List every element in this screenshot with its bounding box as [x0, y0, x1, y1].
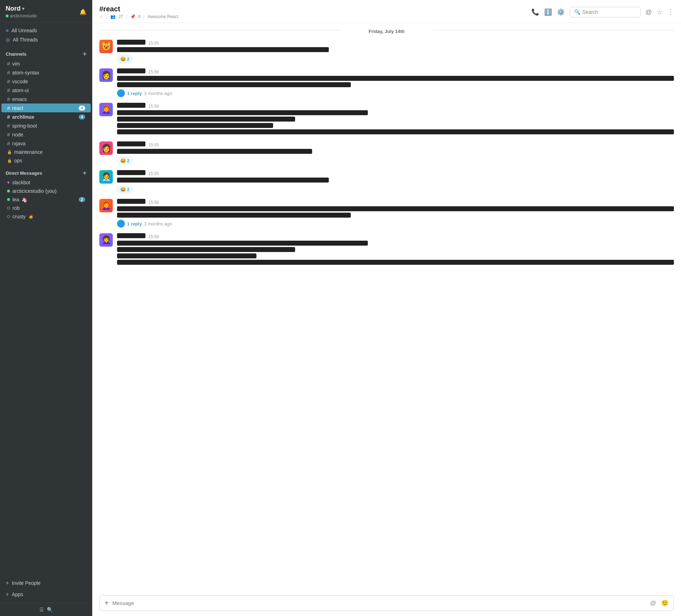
reply-avatar — [117, 220, 125, 228]
sidebar-dm-lea[interactable]: lea🦄2 — [1, 195, 91, 204]
messages-area: Friday, July 14th 😺15:55😂2👩15:561 reply3… — [92, 23, 681, 592]
bell-icon[interactable]: 🔔 — [79, 9, 87, 15]
online-status-dot — [7, 190, 10, 192]
channel-name: atom-ui — [12, 88, 29, 93]
message-input[interactable] — [112, 600, 647, 606]
channels-header[interactable]: Channels + — [0, 49, 92, 59]
workspace-name[interactable]: Nord ▾ — [6, 5, 37, 12]
sidebar-channel-node[interactable]: #node — [1, 130, 91, 139]
hash-icon: # — [7, 61, 10, 67]
message-text-block — [117, 206, 674, 211]
message-content: 15:55😂2 — [117, 170, 674, 193]
channel-title: #react — [99, 5, 178, 13]
reaction[interactable]: 😂2 — [117, 157, 133, 164]
hash-icon: # — [7, 69, 10, 75]
sidebar-channel-ops[interactable]: 🔒ops — [1, 156, 91, 165]
sidebar-channel-spring-boot[interactable]: #spring-boot — [1, 121, 91, 130]
sidebar-channel-maintenance[interactable]: 🔒maintenance — [1, 148, 91, 156]
add-dm-icon[interactable]: + — [83, 170, 87, 176]
member-count: 27 — [118, 14, 123, 19]
message-header: 15:56 — [117, 68, 674, 74]
sidebar-channel-rxjava[interactable]: #rxjava — [1, 139, 91, 148]
sidebar-channel-vim[interactable]: #vim — [1, 59, 91, 68]
message-content: 15:55😂2 — [117, 141, 674, 164]
add-channel-icon[interactable]: + — [83, 51, 87, 57]
reaction[interactable]: 😂2 — [117, 55, 133, 63]
phone-icon[interactable]: 📞 — [531, 8, 539, 16]
meta-sep3: | — [143, 14, 144, 19]
channel-name: spring-boot — [12, 123, 37, 129]
channel-name: atom-syntax — [12, 70, 39, 75]
message-content: 15:561 reply3 months ago — [117, 199, 674, 228]
sidebar-dm-crusty[interactable]: crusty🧔 — [1, 212, 91, 221]
message-header: 15:59 — [117, 103, 674, 109]
sidebar-dm-rob[interactable]: rob — [1, 204, 91, 212]
message-input-area: + @ 🙂 — [92, 592, 681, 616]
message-group: 👩15:561 reply3 months ago — [99, 66, 674, 100]
star-header-icon[interactable]: ☆ — [657, 8, 663, 16]
meta-sep1: | — [106, 14, 107, 19]
hash-icon: # — [7, 114, 10, 120]
reaction-count: 2 — [127, 187, 129, 192]
message-content: 15:55😂2 — [117, 40, 674, 63]
message-time: 15:55 — [148, 41, 159, 46]
star-icon[interactable]: ☆ — [99, 14, 104, 19]
channel-name: rxjava — [12, 141, 25, 146]
attach-icon[interactable]: + — [105, 599, 109, 607]
message-text-block — [117, 76, 674, 81]
invite-people-label: Invite People — [12, 580, 40, 586]
sidebar-item-all-threads[interactable]: ◎ All Threads — [0, 35, 92, 44]
online-status-dot — [7, 198, 10, 201]
sidebar-dm-slackbot[interactable]: ♥slackbot — [1, 178, 91, 187]
sidebar-channel-emacs[interactable]: #emacs — [1, 95, 91, 103]
emoji-input-icon[interactable]: 🙂 — [661, 599, 669, 607]
dm-header[interactable]: Direct Messages + — [0, 168, 92, 178]
message-time: 15:59 — [148, 104, 159, 109]
reaction[interactable]: 😂2 — [117, 186, 133, 193]
message-time: 15:56 — [148, 69, 159, 74]
sidebar-channel-atom-syntax[interactable]: #atom-syntax — [1, 68, 91, 77]
reaction-count: 2 — [127, 158, 129, 163]
sidebar: Nord ▾ arcticicestudio 🔔 ≡ All Unreads ◎… — [0, 0, 92, 616]
dm-section: Direct Messages + ♥slackbotarcticicestud… — [0, 165, 92, 221]
message-header: 15:55 — [117, 40, 674, 46]
hash-icon: # — [7, 105, 10, 111]
dm-name: slackbot — [12, 180, 30, 185]
dm-emoji-icon: 🧔 — [28, 214, 34, 219]
at-input-icon[interactable]: @ — [650, 600, 656, 607]
sidebar-item-all-unreads[interactable]: ≡ All Unreads — [0, 26, 92, 35]
thread-reply[interactable]: 1 reply3 months ago — [117, 89, 674, 97]
info-icon[interactable]: ℹ️ — [544, 8, 552, 16]
channel-name: archlinux — [12, 114, 34, 120]
at-icon[interactable]: @ — [646, 9, 652, 16]
message-time: 15:55 — [148, 142, 159, 147]
search-box[interactable]: 🔍 Search — [570, 7, 641, 17]
sidebar-channel-react[interactable]: #react8 — [1, 103, 91, 112]
settings-icon[interactable]: ⚙️ — [557, 8, 565, 16]
message-text-block — [117, 213, 351, 218]
message-input-box[interactable]: + @ 🙂 — [99, 595, 674, 611]
message-sender — [117, 68, 145, 73]
sidebar-channel-vscode[interactable]: #vscode — [1, 77, 91, 86]
sidebar-channel-atom-ui[interactable]: #atom-ui — [1, 86, 91, 95]
thread-reply[interactable]: 1 reply3 months ago — [117, 220, 674, 228]
invite-people-item[interactable]: + Invite People — [0, 577, 92, 589]
message-sender — [117, 141, 145, 146]
workspace-user: arcticicestudio — [10, 13, 37, 18]
sidebar-footer: + Invite People + Apps — [0, 575, 92, 603]
avatar: 👩‍🦰 — [99, 199, 113, 212]
apps-item[interactable]: + Apps — [0, 589, 92, 600]
hash-icon: # — [7, 96, 10, 102]
sidebar-channel-archlinux[interactable]: #archlinux4 — [1, 112, 91, 121]
sidebar-bottom[interactable]: ☰🔍 — [0, 603, 92, 616]
sidebar-dm-arcticicestudio[interactable]: arcticicestudio (you) — [1, 187, 91, 195]
message-sender — [117, 233, 145, 238]
sidebar-search-icon[interactable]: ☰🔍 — [39, 607, 53, 612]
more-icon[interactable]: ⋮ — [668, 8, 674, 16]
message-group: 😺15:55😂2 — [99, 37, 674, 66]
avatar: 👩 — [99, 141, 113, 155]
message-header: 15:55 — [117, 170, 674, 176]
chat-header-left: #react ☆ | 👥 27 | 📌 0 | Awesome React — [99, 5, 178, 19]
message-header: 15:59 — [117, 233, 674, 239]
message-group: 👩15:55😂2 — [99, 139, 674, 167]
